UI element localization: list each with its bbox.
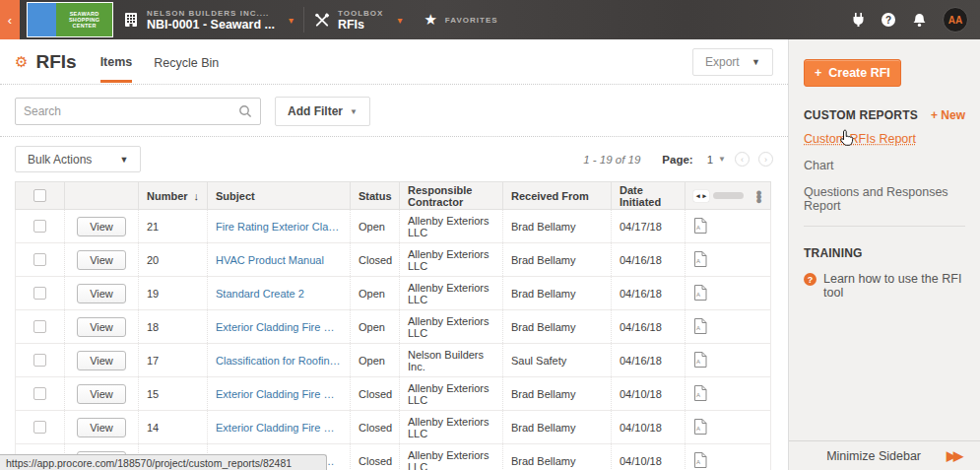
rfi-date: 04/10/18: [612, 411, 686, 444]
back-button[interactable]: ‹: [0, 0, 20, 39]
next-page-button[interactable]: ›: [758, 152, 773, 167]
svg-text:A: A: [696, 325, 700, 331]
rfi-contractor: Allenby Exteriors LLC: [400, 377, 503, 411]
questions-responses-report-link[interactable]: Questions and Responses Report: [804, 185, 965, 213]
rfi-status: Closed: [351, 243, 400, 277]
main-content: ⚙ RFIs Items Recycle Bin Export ▼ Add Fi…: [0, 39, 788, 470]
training-link[interactable]: ? Learn how to use the RFI tool: [804, 270, 965, 302]
chart-link[interactable]: Chart: [804, 159, 965, 172]
search-input[interactable]: [24, 104, 238, 118]
rfi-contractor: Allenby Exteriors LLC: [400, 310, 503, 344]
row-checkbox[interactable]: [33, 287, 46, 300]
number-column-header[interactable]: Number↓: [139, 182, 208, 210]
row-checkbox[interactable]: [33, 220, 46, 233]
tool-picker[interactable]: TOOLBOX RFIs ▾: [304, 0, 412, 39]
rfi-received-from: Brad Bellamy: [503, 411, 612, 444]
minimize-sidebar-button[interactable]: Minimize Sidebar ▶▶: [789, 440, 980, 470]
row-checkbox[interactable]: [33, 253, 46, 266]
view-button[interactable]: View: [77, 317, 126, 337]
received-from-column-header[interactable]: Received From: [503, 182, 612, 210]
rfi-subject-link[interactable]: HVAC Product Manual: [216, 254, 342, 266]
rfi-date: 04/17/18: [612, 210, 686, 243]
svg-text:A: A: [696, 459, 700, 465]
svg-text:A: A: [696, 359, 700, 365]
svg-text:A: A: [696, 225, 700, 231]
row-checkbox[interactable]: [33, 320, 46, 333]
favorites-button[interactable]: ★ FAVORITES: [412, 11, 509, 29]
row-checkbox[interactable]: [33, 354, 46, 367]
rfi-number: 14: [139, 411, 208, 444]
page-select[interactable]: 1 ▼: [707, 154, 726, 166]
rfi-contractor: Allenby Exteriors LLC: [400, 277, 503, 310]
export-button[interactable]: Export ▼: [692, 48, 773, 76]
horizontal-scroll-buttons[interactable]: ◂▸: [693, 190, 709, 202]
double-chevron-right-icon: ▶▶: [947, 448, 960, 463]
page-label: Page:: [662, 154, 692, 166]
rfi-subject-link[interactable]: Exterior Cladding Fire Rating: [216, 388, 342, 400]
horizontal-scrollbar[interactable]: [713, 192, 744, 199]
create-rfi-button[interactable]: + Create RFI: [804, 59, 901, 87]
pdf-icon[interactable]: A: [693, 285, 707, 301]
status-column-header[interactable]: Status: [351, 182, 400, 210]
rfi-subject-link[interactable]: Exterior Cladding Fire Rating: [216, 321, 342, 333]
rfi-subject-link[interactable]: Standard Create 2: [216, 288, 342, 300]
view-button[interactable]: View: [77, 284, 126, 303]
pdf-icon[interactable]: A: [693, 218, 707, 234]
topbar-actions: ? AA: [850, 7, 980, 33]
rfi-number: 15: [139, 377, 208, 411]
view-button[interactable]: View: [77, 418, 126, 437]
rfi-subject-link[interactable]: Exterior Cladding Fire Rating: [216, 422, 342, 434]
chevron-left-icon: ‹: [8, 13, 12, 28]
rfi-number: 20: [139, 243, 208, 277]
avatar[interactable]: AA: [943, 7, 968, 33]
pdf-icon[interactable]: A: [693, 352, 707, 368]
add-filter-button[interactable]: Add Filter ▼: [275, 97, 370, 126]
pdf-icon[interactable]: A: [693, 318, 707, 334]
row-checkbox[interactable]: [33, 387, 46, 400]
rfi-date: 04/16/18: [612, 310, 686, 344]
company-logo[interactable]: SEAWARD SHOPPING CENTER: [27, 2, 113, 37]
bell-icon[interactable]: [911, 12, 927, 28]
view-button[interactable]: View: [77, 250, 126, 270]
rfi-table-body: View 21 Fire Rating Exterior Cladding Op…: [16, 210, 771, 470]
rfi-status: Closed: [351, 377, 400, 411]
search-icon[interactable]: [238, 104, 252, 118]
view-button[interactable]: View: [77, 384, 126, 404]
column-menu-icon[interactable]: ●●●: [755, 190, 762, 202]
tab-items[interactable]: Items: [100, 41, 133, 83]
subject-column-header[interactable]: Subject: [208, 182, 351, 210]
pdf-icon[interactable]: A: [693, 385, 707, 401]
prev-page-button[interactable]: ‹: [735, 152, 750, 167]
page-title: RFIs: [35, 51, 76, 73]
row-checkbox[interactable]: [33, 421, 46, 434]
bulk-actions-button[interactable]: Bulk Actions ▼: [15, 146, 141, 172]
question-icon: ?: [804, 273, 817, 286]
view-button[interactable]: View: [77, 351, 126, 370]
rfi-number: 18: [139, 310, 208, 344]
tab-recycle-bin[interactable]: Recycle Bin: [154, 42, 219, 81]
gear-icon[interactable]: ⚙: [15, 53, 28, 71]
rfi-subject-link[interactable]: Fire Rating Exterior Cladding: [216, 221, 342, 233]
custom-reports-heading: CUSTOM REPORTS: [804, 108, 918, 122]
custom-rfis-report-link[interactable]: Custom RFIs Report: [804, 132, 965, 146]
help-icon[interactable]: ?: [882, 13, 895, 27]
pagination: 1 - 19 of 19 Page: 1 ▼ ‹ ›: [583, 152, 773, 167]
new-report-link[interactable]: + New: [931, 108, 965, 122]
project-picker[interactable]: NELSON BUILDERS INC.... NBI-0001 - Seawa…: [113, 0, 303, 39]
rfi-subject-link[interactable]: Classification for Roofing Material (...: [216, 355, 342, 367]
table-row: View 18 Exterior Cladding Fire Rating Op…: [16, 310, 771, 344]
contractor-column-header[interactable]: Responsible Contractor: [400, 182, 503, 210]
apps-plug-icon[interactable]: [850, 12, 866, 28]
view-button[interactable]: View: [77, 217, 126, 236]
plus-icon: +: [815, 66, 821, 80]
pdf-icon[interactable]: A: [693, 452, 707, 468]
rfi-number: 17: [139, 344, 208, 377]
pdf-icon[interactable]: A: [693, 251, 707, 267]
pdf-icon[interactable]: A: [693, 419, 707, 435]
table-row: View 19 Standard Create 2 Open Allenby E…: [16, 277, 771, 310]
rfi-date: 04/16/18: [612, 243, 686, 277]
select-all-checkbox[interactable]: [33, 189, 46, 202]
rfi-received-from: Brad Bellamy: [503, 243, 612, 277]
rfi-number: 21: [139, 210, 208, 243]
date-column-header[interactable]: Date Initiated: [612, 182, 686, 210]
